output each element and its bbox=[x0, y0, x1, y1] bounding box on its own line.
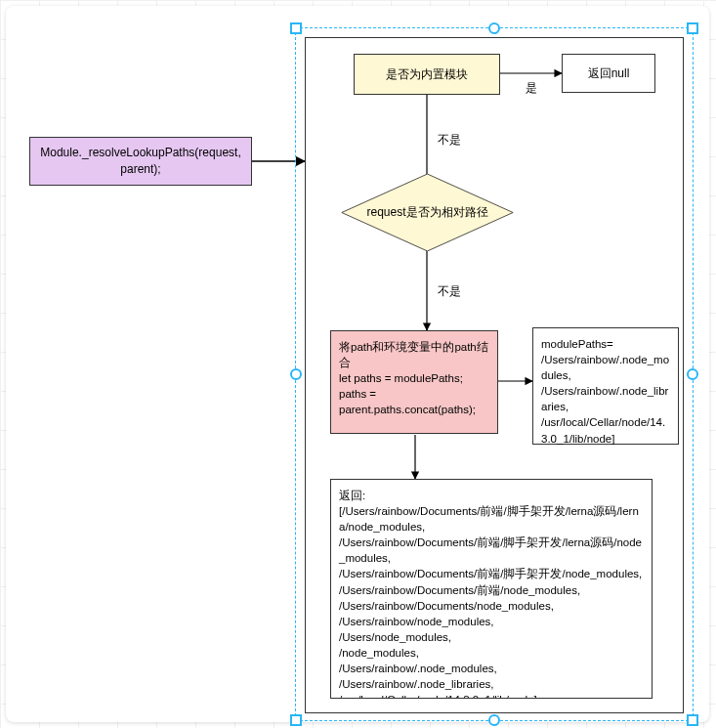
return-line: /Users/rainbow/Documents/前端/脚手架开发/node_m… bbox=[339, 566, 644, 581]
return-line: /usr/local/Cellar/node/14.3.0_1/lib/node… bbox=[339, 692, 644, 699]
return-block-node[interactable]: 返回: [/Users/rainbow/Documents/前端/脚手架开发/l… bbox=[330, 479, 653, 699]
return-header: 返回: bbox=[339, 488, 644, 503]
return-null-label: 返回null bbox=[588, 65, 630, 82]
label-yes: 是 bbox=[526, 80, 537, 97]
label-no-1: 不是 bbox=[438, 132, 461, 149]
handle-bottom-left[interactable] bbox=[290, 714, 302, 726]
combine-title: 将path和环境变量中的path结合 bbox=[339, 339, 489, 370]
mp-line4: /usr/local/Cellar/node/14.3.0_1/lib/node… bbox=[541, 414, 670, 446]
entry-label: Module._resolveLookupPaths(request, pare… bbox=[38, 145, 243, 178]
return-line: /Users/rainbow/Documents/前端/node_modules… bbox=[339, 582, 644, 598]
return-line: /node_modules, bbox=[339, 645, 644, 661]
decision-builtin[interactable]: 是否为内置模块 bbox=[354, 54, 500, 95]
handle-mid-right[interactable] bbox=[687, 368, 698, 380]
return-null-node[interactable]: 返回null bbox=[562, 54, 655, 93]
return-line: /Users/rainbow/node_modules, bbox=[339, 614, 644, 629]
handle-bottom-mid[interactable] bbox=[488, 714, 500, 726]
decision-relative[interactable]: request是否为相对路径 bbox=[337, 166, 518, 259]
return-line: /Users/node_modules, bbox=[339, 629, 644, 645]
entry-node[interactable]: Module._resolveLookupPaths(request, pare… bbox=[29, 137, 252, 186]
combine-paths-node[interactable]: 将path和环境变量中的path结合 let paths = modulePat… bbox=[330, 330, 498, 434]
mp-line1: modulePaths= bbox=[541, 336, 670, 352]
combine-code2: paths = bbox=[339, 386, 489, 402]
decision-relative-label: request是否为相对路径 bbox=[362, 204, 491, 221]
return-line: /Users/rainbow/.node_libraries, bbox=[339, 676, 644, 692]
module-paths-node[interactable]: modulePaths= /Users/rainbow/.node_module… bbox=[532, 327, 679, 445]
handle-bottom-right[interactable] bbox=[687, 714, 698, 726]
handle-top-left[interactable] bbox=[290, 22, 302, 34]
diagram-canvas[interactable]: Module._resolveLookupPaths(request, pare… bbox=[0, 0, 716, 728]
return-lines: [/Users/rainbow/Documents/前端/脚手架开发/lerna… bbox=[339, 503, 644, 699]
handle-mid-left[interactable] bbox=[290, 368, 302, 380]
mp-line3: /Users/rainbow/.node_libraries, bbox=[541, 383, 670, 414]
combine-code3: parent.paths.concat(paths); bbox=[339, 402, 489, 417]
handle-top-right[interactable] bbox=[687, 22, 698, 34]
decision-builtin-label: 是否为内置模块 bbox=[386, 66, 468, 83]
mp-line2: /Users/rainbow/.node_modules, bbox=[541, 352, 670, 383]
combine-code1: let paths = modulePaths; bbox=[339, 370, 489, 386]
return-line: /Users/rainbow/Documents/node_modules, bbox=[339, 598, 644, 614]
return-line: /Users/rainbow/.node_modules, bbox=[339, 661, 644, 676]
handle-top-mid[interactable] bbox=[488, 22, 500, 34]
return-line: [/Users/rainbow/Documents/前端/脚手架开发/lerna… bbox=[339, 503, 644, 535]
label-no-2: 不是 bbox=[438, 283, 461, 300]
return-line: /Users/rainbow/Documents/前端/脚手架开发/lerna源… bbox=[339, 535, 644, 566]
